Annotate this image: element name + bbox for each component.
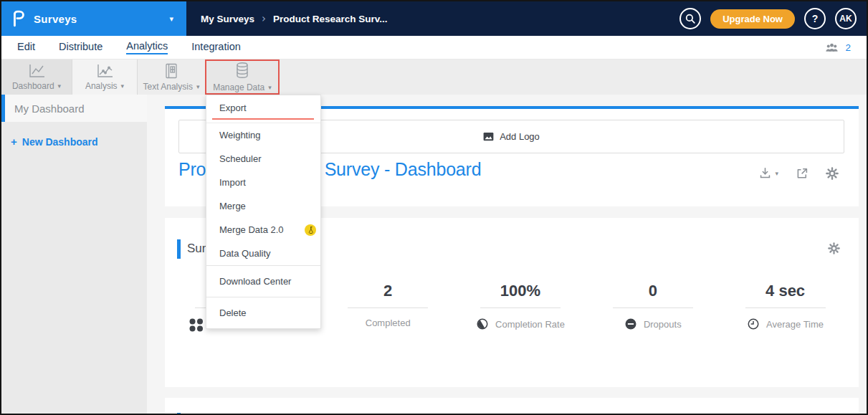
my-dashboard-label: My Dashboard — [14, 102, 85, 115]
help-button[interactable]: ? — [804, 8, 826, 29]
toolbar-analysis-label: Analysis — [85, 81, 118, 91]
clock-icon — [747, 318, 760, 330]
breadcrumb-survey-name[interactable]: Product Research Surv... — [273, 14, 388, 24]
upgrade-now-button[interactable]: Upgrade Now — [710, 9, 795, 29]
stat-value: 4 sec — [766, 281, 805, 301]
stat-value: 100% — [500, 281, 540, 301]
menu-item-download-center[interactable]: Download Center — [206, 265, 320, 297]
product-name: Surveys — [34, 13, 77, 25]
menu-item-label: Merge Data 2.0 — [219, 218, 305, 242]
toolbar-manage-data-button[interactable]: Manage Data▾ — [205, 59, 280, 95]
menu-item-delete[interactable]: Delete — [206, 297, 320, 328]
menu-item-merge-data-2[interactable]: Merge Data 2.0 — [206, 218, 320, 242]
menu-item-weighting[interactable]: Weighting — [206, 123, 320, 147]
caret-down-icon[interactable]: ▾ — [169, 14, 173, 24]
toolbar-manage-data-label: Manage Data — [213, 82, 264, 92]
toolbar-text-analysis-button[interactable]: Text Analysis▾ — [138, 59, 205, 95]
topbar-actions: Upgrade Now ? AK — [679, 8, 857, 29]
plus-icon: + — [11, 135, 17, 148]
section-accent-bar — [177, 239, 181, 259]
caret-down-icon: ▾ — [268, 84, 272, 91]
image-icon — [483, 132, 494, 141]
menu-item-scheduler[interactable]: Scheduler — [206, 147, 320, 171]
breadcrumb-my-surveys[interactable]: My Surveys — [201, 14, 254, 24]
caret-down-icon: ▾ — [196, 83, 200, 90]
top-bar: Surveys ▾ My Surveys › Product Research … — [1, 1, 867, 36]
flask-icon — [307, 226, 314, 234]
menu-item-label: Export — [219, 102, 247, 113]
stat-completion-rate: 100% Completion Rate — [454, 281, 587, 333]
tab-edit[interactable]: Edit — [17, 41, 35, 54]
add-logo-label: Add Logo — [500, 131, 540, 142]
breadcrumb: My Surveys › Product Research Surv... Up… — [186, 1, 867, 36]
stat-divider — [348, 307, 428, 308]
stat-value: 0 — [649, 281, 657, 301]
toolbar-analysis-button[interactable]: Analysis▾ — [72, 59, 138, 95]
settings-button[interactable] — [826, 167, 839, 180]
menu-item-data-quality[interactable]: Data Quality — [206, 242, 320, 265]
stat-label: Completed — [366, 318, 411, 328]
text-analysis-icon — [163, 62, 180, 80]
app-window: Surveys ▾ My Surveys › Product Research … — [0, 0, 868, 415]
line-chart-icon — [27, 63, 46, 79]
completion-rate-icon — [476, 318, 489, 330]
stat-average-time: 4 sec Average Time — [719, 281, 852, 333]
stat-label: Dropouts — [644, 319, 682, 330]
collaborators-count: 2 — [845, 42, 851, 53]
toolbar-text-analysis-label: Text Analysis — [143, 82, 193, 92]
manage-data-menu: Export Weighting Scheduler Import Merge … — [206, 95, 321, 329]
gear-icon — [826, 167, 839, 180]
menu-item-export[interactable]: Export — [206, 95, 320, 123]
download-report-button[interactable]: ▾ — [758, 166, 778, 180]
dashboard-sidebar: My Dashboard + New Dashboard — [1, 95, 147, 414]
stat-label: Completion Rate — [495, 319, 565, 330]
stat-divider — [613, 307, 693, 308]
tab-distribute[interactable]: Distribute — [59, 41, 102, 54]
stat-label: Average Time — [766, 319, 824, 330]
caret-down-icon: ▾ — [121, 82, 125, 90]
caret-down-icon: ▾ — [58, 82, 62, 90]
toolbar-dashboard-label: Dashboard — [12, 81, 54, 91]
tab-analytics[interactable]: Analytics — [126, 40, 168, 54]
download-icon — [758, 166, 772, 180]
avatar[interactable]: AK — [835, 8, 857, 29]
summary-settings-button[interactable] — [828, 242, 840, 257]
product-switcher[interactable]: Surveys ▾ — [1, 1, 186, 36]
stat-divider — [745, 307, 826, 308]
chevron-right-icon: › — [262, 12, 266, 25]
minus-circle-icon — [624, 318, 637, 330]
new-dashboard-button[interactable]: + New Dashboard — [11, 135, 147, 148]
analysis-chart-icon — [95, 63, 114, 79]
questionpro-logo-icon — [11, 10, 27, 27]
search-icon — [685, 13, 696, 24]
caret-down-icon: ▾ — [775, 170, 778, 177]
gear-icon — [828, 242, 840, 254]
stat-divider — [480, 307, 561, 308]
database-icon — [234, 62, 251, 80]
search-button[interactable] — [679, 8, 701, 29]
people-icon — [824, 42, 839, 54]
title-actions: ▾ — [758, 166, 839, 180]
next-section-panel — [165, 398, 859, 415]
collaborators[interactable]: 2 — [824, 36, 851, 59]
menu-item-import[interactable]: Import — [206, 171, 320, 194]
toolbar-dashboard-button[interactable]: Dashboard▾ — [1, 59, 72, 95]
stat-dropouts: 0 Dropouts — [586, 281, 719, 333]
share-icon — [796, 167, 809, 180]
survey-nav: Edit Distribute Analytics Integration 2 — [1, 36, 867, 59]
menu-item-merge[interactable]: Merge — [206, 194, 320, 218]
new-dashboard-label: New Dashboard — [22, 136, 98, 148]
active-item-underline — [212, 118, 314, 120]
tab-integration[interactable]: Integration — [191, 41, 241, 54]
stat-value: 2 — [383, 281, 392, 301]
sidebar-item-my-dashboard[interactable]: My Dashboard — [1, 95, 147, 122]
users-icon — [189, 318, 205, 333]
share-button[interactable] — [796, 167, 809, 180]
analytics-toolbar: Dashboard▾ Analysis▾ Text Analysis▾ — [1, 59, 867, 95]
stat-completed: 2 Completed — [322, 281, 454, 333]
labs-badge — [305, 224, 316, 236]
